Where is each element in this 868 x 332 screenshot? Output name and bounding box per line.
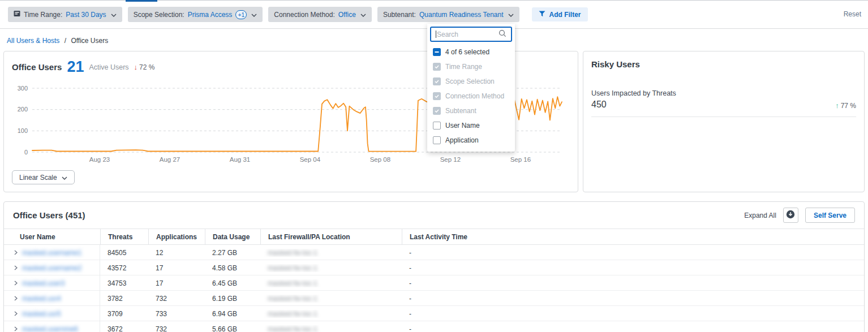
filter-pill-scope-selection[interactable]: Scope Selection: Prisma Access +1 [128,7,263,22]
checked-disabled-checkbox [433,107,441,115]
data-usage-cell: 6.94 GB [205,310,260,318]
svg-text:Sep 12: Sep 12 [440,156,461,163]
add-filter-button[interactable]: Add Filter [532,7,588,21]
indeterminate-checkbox[interactable] [433,48,441,56]
dropdown-item-user-name[interactable]: User Name [427,118,515,133]
dropdown-item-scope-selection: Scope Selection [427,74,515,89]
column-header-threats[interactable]: Threats [100,229,148,244]
location-masked: masked-fw-loc-1 [268,310,317,318]
expand-all-button[interactable]: Expand All [744,212,776,219]
metric-value: 450 [591,100,607,110]
applications-cell: 733 [148,310,205,318]
svg-text:200: 200 [18,106,28,113]
applications-cell: 732 [148,295,205,303]
last-activity-cell: - [402,279,864,287]
applications-cell: 17 [148,279,205,287]
unchecked-checkbox[interactable] [433,122,441,130]
scope-count-badge: +1 [235,10,247,19]
active-users-trend: ↓ 72 % [134,63,155,71]
table-header-row: User Name Threats Applications Data Usag… [4,228,864,245]
filter-pill-connection-method[interactable]: Connection Method: Office [268,7,372,22]
time-range-filter-icon [14,10,20,19]
dropdown-item-label: Application [445,136,479,144]
filter-label: Time Range: [24,11,62,19]
user-name-masked[interactable]: masked.usernme6 [22,325,78,332]
column-header-user-name[interactable]: User Name [4,229,100,244]
svg-text:Sep 04: Sep 04 [300,156,321,163]
svg-text:300: 300 [18,85,28,92]
last-activity-cell: - [402,295,864,303]
table-row[interactable]: masked.username1 84505 12 2.27 GB masked… [4,245,864,260]
filter-value: Past 30 Days [66,11,106,19]
checked-disabled-checkbox [433,77,441,85]
self-serve-button[interactable]: Self Serve [805,208,855,223]
checked-disabled-checkbox [433,63,441,71]
checked-disabled-checkbox [433,92,441,100]
user-name-masked[interactable]: masked.usr4 [22,295,61,303]
dropdown-item-select-all[interactable]: 4 of 6 selected [427,45,515,59]
funnel-icon [539,11,545,19]
active-users-value: 21 [67,59,84,75]
expand-row-chevron-icon[interactable] [14,311,18,316]
table-row[interactable]: masked.usr4 3782 732 6.19 GB masked-fw-l… [4,291,864,306]
table-title-row: Office Users (451) Expand All Self Serve [4,202,864,228]
applications-cell: 12 [148,249,205,257]
table-row[interactable]: masked.user3 34753 17 6.45 GB masked-fw-… [4,275,864,291]
expand-row-chevron-icon[interactable] [14,326,18,331]
add-filter-dropdown: Search 4 of 6 selected Time Range Scope … [427,24,515,152]
expand-row-chevron-icon[interactable] [14,250,18,255]
column-header-last-firewall[interactable]: Last Firewall/PA Location [260,229,402,244]
trend-value: 77 % [841,102,856,110]
filter-label: Subtenant: [383,11,416,19]
active-tab-indicator [126,0,157,2]
threats-cell: 3709 [100,310,148,318]
risky-users-trend: ↑ 77 % [835,101,856,110]
threats-cell: 43572 [100,264,148,272]
user-name-masked[interactable]: masked.usr5 [22,310,61,318]
filter-search-input[interactable]: Search [430,27,512,42]
applications-cell: 17 [148,264,205,272]
user-name-masked[interactable]: masked.username1 [22,249,81,257]
unchecked-checkbox[interactable] [433,136,441,144]
threats-cell: 34753 [100,279,148,287]
user-name-masked[interactable]: masked.username2 [22,264,81,272]
column-header-data-usage[interactable]: Data Usage [205,229,260,244]
chevron-down-icon [111,11,117,19]
last-activity-cell: - [402,264,864,272]
scale-selector-label: Linear Scale [19,174,57,182]
dropdown-item-label: Subtenant [445,107,476,115]
table-row[interactable]: masked.username2 43572 17 4.58 GB masked… [4,260,864,275]
dropdown-item-label: User Name [445,122,480,130]
dropdown-item-label: 4 of 6 selected [445,48,489,56]
table-row[interactable]: masked.usr5 3709 733 6.94 GB masked-fw-l… [4,306,864,321]
user-name-masked[interactable]: masked.user3 [22,279,65,287]
text-caret [436,31,436,38]
expand-row-chevron-icon[interactable] [14,281,18,286]
breadcrumb-current: Office Users [71,37,108,45]
reset-filters-button[interactable]: Reset [844,10,861,18]
last-activity-cell: - [402,249,864,257]
dropdown-item-application[interactable]: Application [427,133,515,148]
filter-pill-subtenant[interactable]: Subtenant: Quantum Readiness Tenant [377,7,519,22]
location-masked: masked-fw-loc-1 [268,264,317,272]
location-masked: masked-fw-loc-1 [268,295,317,303]
scale-selector-button[interactable]: Linear Scale [12,170,75,184]
column-header-applications[interactable]: Applications [148,229,205,244]
column-header-last-activity[interactable]: Last Activity Time [402,229,864,244]
breadcrumb-all-users-hosts-link[interactable]: All Users & Hosts [7,37,59,45]
threats-cell: 3782 [100,295,148,303]
download-button[interactable] [783,208,798,223]
filter-pill-time-range[interactable]: Time Range: Past 30 Days [8,7,122,22]
dropdown-item-label: Scope Selection [445,77,495,85]
expand-row-chevron-icon[interactable] [14,265,18,270]
applications-cell: 732 [148,325,205,332]
filter-value: Office [338,11,356,19]
breadcrumb-separator: / [65,37,66,45]
svg-text:Aug 27: Aug 27 [160,156,180,163]
table-row[interactable]: masked.usernme6 3672 732 5.66 GB masked-… [4,321,864,332]
expand-row-chevron-icon[interactable] [14,296,18,301]
chevron-down-icon [251,11,257,19]
data-usage-cell: 6.19 GB [205,295,260,303]
filter-value: Prisma Access [188,11,233,19]
svg-text:100: 100 [18,127,28,134]
